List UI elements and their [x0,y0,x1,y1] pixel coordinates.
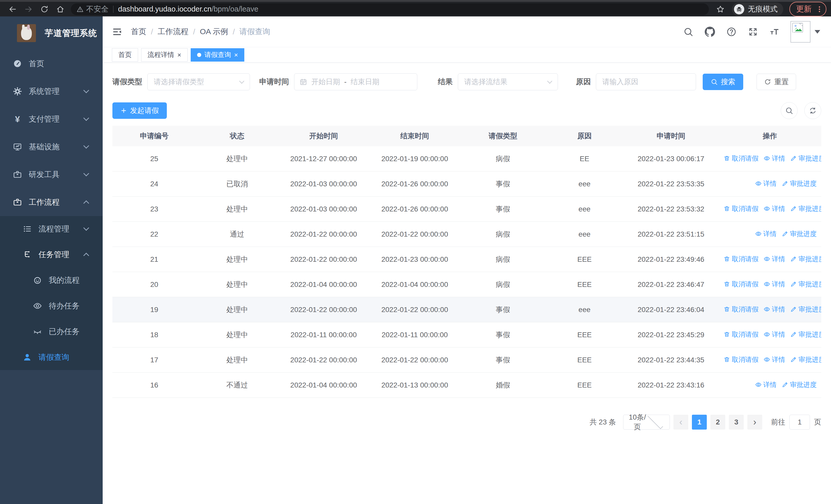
avatar[interactable] [791,21,810,42]
sidebar-item-devtools[interactable]: 研发工具 [0,161,103,188]
sidebar-item-leave-query[interactable]: 请假查询 [0,345,103,370]
sidebar-item-system[interactable]: 系统管理 [0,78,103,105]
eye-icon [764,331,770,338]
forward-icon[interactable] [24,5,33,13]
detail-link[interactable]: 详情 [755,230,777,238]
cancel-link[interactable]: 取消请假 [723,280,758,289]
browser-menu-icon[interactable] [815,5,823,13]
cancel-link[interactable]: 取消请假 [723,255,758,264]
reason-input[interactable] [602,78,690,86]
update-button[interactable]: 更新 [790,2,826,17]
progress-link[interactable]: 审批进度 [790,255,821,264]
result-select[interactable]: 请选择流结果 [458,73,558,90]
cancel-link[interactable]: 取消请假 [723,204,758,213]
breadcrumb-item[interactable]: OA 示例 [200,26,228,37]
cell-status: 已取消 [196,179,278,189]
sidebar-item-infra[interactable]: 基础设施 [0,133,103,161]
sidebar-item-process-mgmt[interactable]: 流程管理 [0,216,103,242]
collapse-menu-icon[interactable] [112,27,122,37]
detail-link[interactable]: 详情 [764,280,785,289]
cell-applied: 2022-01-22 23:51:15 [623,230,718,238]
detail-link[interactable]: 详情 [764,330,785,339]
eye-icon [764,281,770,288]
detail-link[interactable]: 详情 [764,154,785,163]
eye-icon [755,381,762,388]
column-header: 申请时间 [623,131,718,141]
reload-icon[interactable] [40,5,49,13]
bookmark-star-icon[interactable] [716,5,725,13]
sidebar-item-todo-task[interactable]: 待办任务 [0,293,103,319]
apply-time-range-picker[interactable]: 开始日期 - 结束日期 [294,73,417,90]
cell-end: 2022-01-13 00:00:00 [369,381,460,389]
cancel-link[interactable]: 取消请假 [723,355,758,364]
leave-type-select[interactable]: 请选择请假类型 [147,73,250,90]
prev-page-button[interactable]: ‹ [674,415,688,429]
next-page-button[interactable]: › [747,415,762,429]
table-row: 23处理中2022-01-03 00:00:002022-01-26 00:00… [112,197,821,222]
cancel-link[interactable]: 取消请假 [723,305,758,314]
help-icon[interactable] [726,27,737,37]
tree-icon [23,250,32,259]
sidebar-item-done-task[interactable]: 已办任务 [0,319,103,345]
search-icon[interactable] [683,27,693,37]
tab-请假查询[interactable]: 请假查询× [191,48,244,62]
refresh-table-button[interactable] [804,102,821,119]
search-button[interactable]: 搜索 [703,73,743,90]
breadcrumb-item[interactable]: 首页 [131,26,146,37]
cell-applied: 2022-01-22 23:46:47 [623,280,718,289]
url-bar[interactable]: 不安全 dashboard.yudao.iocoder.cn/bpm/oa/le… [71,3,709,15]
table-row: 19处理中2022-01-22 00:00:002022-01-22 00:00… [112,297,821,322]
progress-link[interactable]: 审批进度 [790,330,821,339]
tab-首页[interactable]: 首页 [112,48,138,62]
detail-link[interactable]: 详情 [755,179,777,188]
trash-icon [723,155,730,162]
show-search-button[interactable] [781,102,798,119]
cancel-link[interactable]: 取消请假 [723,154,758,163]
sidebar-item-home[interactable]: 首页 [0,50,103,78]
reset-button[interactable]: 重置 [756,73,796,90]
back-icon[interactable] [8,5,17,13]
table-header: 申请编号状态开始时间结束时间请假类型原因申请时间操作 [112,126,821,146]
breadcrumb-item[interactable]: 工作流程 [157,26,189,37]
cell-status: 处理中 [196,280,278,290]
tab-流程详情[interactable]: 流程详情× [141,48,188,62]
sidebar-item-my-process[interactable]: 我的流程 [0,267,103,293]
page-size-select[interactable]: 10条/页 [623,415,670,429]
detail-link[interactable]: 详情 [755,380,777,389]
progress-link[interactable]: 审批进度 [790,154,821,163]
browser-toolbar: 不安全 dashboard.yudao.iocoder.cn/bpm/oa/le… [0,2,831,17]
sidebar-item-task-mgmt[interactable]: 任务管理 [0,242,103,267]
chevron-down-icon [83,143,89,149]
detail-link[interactable]: 详情 [764,305,785,314]
sidebar-item-workflow[interactable]: 工作流程 [0,188,103,216]
chevron-down-icon[interactable] [814,30,820,34]
progress-link[interactable]: 审批进度 [782,230,816,238]
home-icon[interactable] [56,5,65,13]
detail-link[interactable]: 详情 [764,255,785,264]
trash-icon [723,281,730,288]
sidebar-item-payment[interactable]: ¥支付管理 [0,105,103,133]
progress-link[interactable]: 审批进度 [790,305,821,314]
close-icon[interactable]: × [177,52,181,58]
cell-type: 事假 [460,330,545,340]
progress-link[interactable]: 审批进度 [782,179,816,188]
close-icon[interactable]: × [234,52,238,58]
goto-page-input[interactable] [790,415,810,429]
github-icon[interactable] [705,27,715,37]
page-button-3[interactable]: 3 [729,415,744,429]
cell-applied: 2022-01-23 00:06:17 [623,155,718,163]
eye-icon [764,306,770,313]
progress-link[interactable]: 审批进度 [790,204,821,213]
fontsize-icon[interactable] [769,27,780,37]
progress-link[interactable]: 审批进度 [782,380,816,389]
page-button-1[interactable]: 1 [692,415,707,429]
create-leave-button[interactable]: 发起请假 [112,102,167,119]
progress-link[interactable]: 审批进度 [790,355,821,364]
detail-link[interactable]: 详情 [764,204,785,213]
pen-icon [782,381,789,388]
fullscreen-icon[interactable] [748,27,758,37]
page-button-2[interactable]: 2 [710,415,725,429]
detail-link[interactable]: 详情 [764,355,785,364]
cancel-link[interactable]: 取消请假 [723,330,758,339]
progress-link[interactable]: 审批进度 [790,280,821,289]
